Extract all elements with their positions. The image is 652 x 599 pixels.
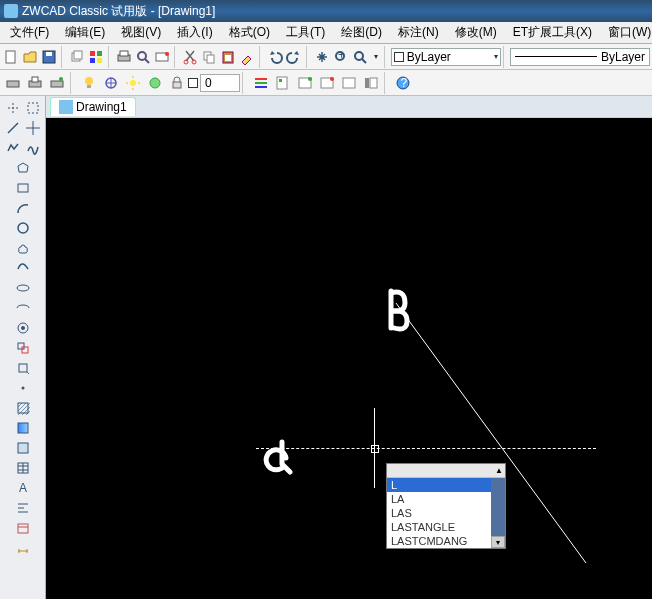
palette-d-button[interactable] — [338, 72, 360, 94]
menu-et[interactable]: ET扩展工具(X) — [505, 22, 600, 43]
xline-tool[interactable] — [23, 118, 43, 138]
palette-a-button[interactable] — [272, 72, 294, 94]
layer0-name[interactable]: 0 — [200, 74, 240, 92]
point-tool[interactable] — [13, 378, 33, 398]
polygon-tool[interactable] — [13, 158, 33, 178]
drawing-canvas[interactable]: ▲ L LA LAS LASTANGLE LASTCMDANG ▾ — [46, 118, 652, 599]
menu-edit[interactable]: 编辑(E) — [57, 22, 113, 43]
ellipse-arc-tool[interactable] — [13, 298, 33, 318]
redo-button[interactable] — [285, 46, 304, 68]
tool-misc-b[interactable] — [23, 98, 43, 118]
new-button[interactable] — [2, 46, 21, 68]
gradient-tool[interactable] — [13, 418, 33, 438]
save-button[interactable] — [40, 46, 59, 68]
titlebar: ZWCAD Classic 试用版 - [Drawing1] — [0, 0, 652, 22]
palette-e-button[interactable] — [360, 72, 382, 94]
spline2-tool[interactable] — [13, 258, 33, 278]
svg-rect-42 — [255, 86, 267, 88]
lock-button[interactable] — [166, 72, 188, 94]
arc-tool[interactable] — [13, 198, 33, 218]
menu-insert[interactable]: 插入(I) — [169, 22, 220, 43]
spline-tool[interactable] — [23, 138, 43, 158]
svg-rect-66 — [19, 364, 27, 372]
svg-point-11 — [138, 52, 146, 60]
layer-dropdown[interactable]: ByLayer ▾ — [391, 48, 501, 66]
menu-draw[interactable]: 绘图(D) — [333, 22, 390, 43]
donut-tool[interactable] — [13, 318, 33, 338]
ac-scrollbar[interactable]: ▾ — [491, 478, 505, 548]
svg-rect-69 — [18, 423, 28, 433]
menu-view[interactable]: 视图(V) — [113, 22, 169, 43]
doc-tab-drawing1[interactable]: Drawing1 — [50, 97, 136, 116]
block-tool[interactable] — [13, 338, 33, 358]
line-tool[interactable] — [3, 118, 23, 138]
help-button[interactable]: ? — [392, 72, 414, 94]
svg-point-46 — [308, 77, 312, 81]
plot-button[interactable] — [115, 46, 134, 68]
svg-point-33 — [130, 80, 136, 86]
revcloud-tool[interactable] — [13, 238, 33, 258]
undo-button[interactable] — [266, 46, 285, 68]
zoom-rt-button[interactable]: + — [332, 46, 351, 68]
circ-button[interactable] — [144, 72, 166, 94]
bulb-button[interactable] — [78, 72, 100, 94]
pan-button[interactable] — [313, 46, 332, 68]
publish-button[interactable] — [153, 46, 172, 68]
color-button[interactable] — [87, 46, 106, 68]
sun-button[interactable] — [122, 72, 144, 94]
menu-tools[interactable]: 工具(T) — [278, 22, 333, 43]
table-tool[interactable] — [13, 458, 33, 478]
insert-tool[interactable] — [13, 358, 33, 378]
menu-window[interactable]: 窗口(W) — [600, 22, 652, 43]
svg-rect-18 — [207, 55, 214, 63]
tool-misc-a[interactable] — [3, 98, 23, 118]
menu-modify[interactable]: 修改(M) — [447, 22, 505, 43]
ac-header[interactable]: ▲ — [387, 464, 505, 478]
open-button[interactable] — [21, 46, 40, 68]
region-tool[interactable] — [13, 438, 33, 458]
autocomplete-popup: ▲ L LA LAS LASTANGLE LASTCMDANG ▾ — [386, 463, 506, 549]
ac-option-0[interactable]: L — [387, 478, 505, 492]
menu-dim[interactable]: 标注(N) — [390, 22, 447, 43]
ellipse-tool[interactable] — [13, 278, 33, 298]
zoom-window-button[interactable] — [351, 46, 370, 68]
print-a-button[interactable] — [2, 72, 24, 94]
svg-point-38 — [150, 78, 160, 88]
hatch-tool[interactable] — [13, 398, 33, 418]
scroll-thumb[interactable] — [491, 478, 505, 536]
cut-button[interactable] — [181, 46, 200, 68]
copy-button[interactable] — [200, 46, 219, 68]
calendar-tool[interactable] — [13, 518, 33, 538]
scroll-down-button[interactable]: ▾ — [491, 536, 505, 548]
paste-button[interactable] — [219, 46, 238, 68]
zoom-dd-arrow[interactable]: ▾ — [374, 52, 378, 61]
circle-tool[interactable] — [13, 218, 33, 238]
menu-format[interactable]: 格式(O) — [221, 22, 278, 43]
layerprops-button[interactable] — [250, 72, 272, 94]
linetype-name: ByLayer — [601, 50, 645, 64]
palette-b-button[interactable] — [294, 72, 316, 94]
undo-stack-button[interactable] — [68, 46, 87, 68]
ac-option-4[interactable]: LASTCMDANG — [387, 534, 505, 548]
palette-c-button[interactable] — [316, 72, 338, 94]
svg-text:A: A — [19, 481, 27, 495]
ac-option-1[interactable]: LA — [387, 492, 505, 506]
align-tool[interactable] — [13, 498, 33, 518]
dim-tool[interactable] — [13, 538, 33, 558]
svg-rect-5 — [90, 51, 95, 56]
ac-option-3[interactable]: LASTANGLE — [387, 520, 505, 534]
rect-tool[interactable] — [13, 178, 33, 198]
menu-file[interactable]: 文件(F) — [2, 22, 57, 43]
svg-rect-6 — [97, 51, 102, 56]
text-tool[interactable]: A — [13, 478, 33, 498]
linetype-dropdown[interactable]: ByLayer — [510, 48, 650, 66]
freeze-button[interactable] — [100, 72, 122, 94]
preview-button[interactable] — [134, 46, 153, 68]
print-c-button[interactable] — [46, 72, 68, 94]
svg-rect-28 — [51, 81, 63, 87]
matchprop-button[interactable] — [238, 46, 257, 68]
print-b-button[interactable] — [24, 72, 46, 94]
pline-tool[interactable] — [3, 138, 23, 158]
svg-rect-59 — [18, 184, 28, 192]
ac-option-2[interactable]: LAS — [387, 506, 505, 520]
